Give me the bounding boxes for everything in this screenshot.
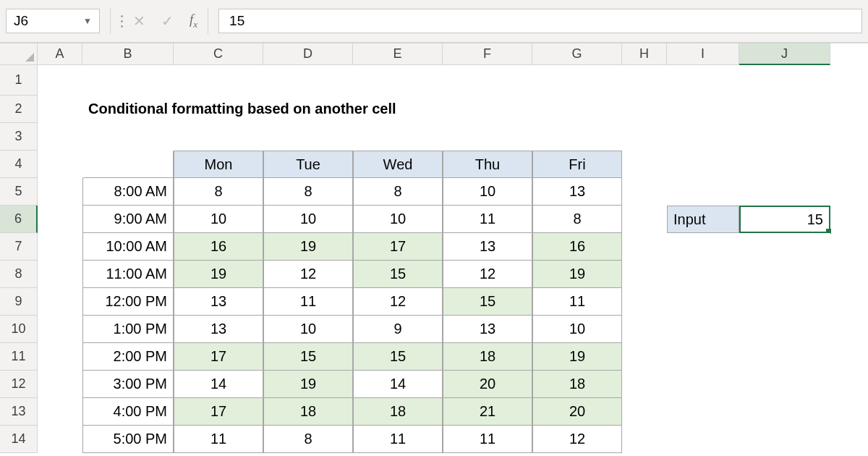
cell-blank[interactable]	[38, 151, 82, 178]
cell-blank[interactable]	[443, 65, 532, 96]
cell-blank[interactable]	[667, 426, 739, 453]
data-cell[interactable]: 17	[353, 233, 443, 261]
data-cell[interactable]: 14	[174, 371, 263, 398]
cell-blank[interactable]	[622, 371, 667, 398]
cell-blank[interactable]	[739, 151, 830, 178]
name-box[interactable]: J6 ▼	[6, 9, 100, 33]
data-cell[interactable]: 18	[263, 398, 353, 426]
data-cell[interactable]: 19	[532, 343, 622, 371]
cell-blank[interactable]	[667, 123, 739, 151]
cell-blank[interactable]	[739, 123, 830, 151]
data-cell[interactable]: 13	[174, 288, 263, 316]
cell-blank[interactable]	[739, 371, 830, 398]
data-cell[interactable]: 8	[353, 178, 443, 206]
cell-blank[interactable]	[739, 316, 830, 343]
row-header-13[interactable]: 13	[0, 398, 38, 426]
data-cell[interactable]: 8	[532, 206, 622, 233]
cell-blank[interactable]	[38, 178, 82, 206]
time-cell[interactable]: 10:00 AM	[82, 233, 174, 261]
row-header-8[interactable]: 8	[0, 261, 38, 288]
data-cell[interactable]: 10	[174, 206, 263, 233]
cell-blank[interactable]	[622, 398, 667, 426]
table-header[interactable]: Fri	[532, 151, 622, 178]
cell-blank[interactable]	[739, 343, 830, 371]
cell-blank[interactable]	[622, 426, 667, 453]
data-cell[interactable]: 12	[263, 261, 353, 288]
cell-blank[interactable]	[739, 261, 830, 288]
data-cell[interactable]: 10	[443, 178, 532, 206]
cell-blank[interactable]	[622, 233, 667, 261]
cell-blank[interactable]	[622, 151, 667, 178]
input-label[interactable]: Input	[667, 206, 739, 233]
cell-blank[interactable]	[38, 288, 82, 316]
data-cell[interactable]: 15	[353, 261, 443, 288]
cell-blank[interactable]	[667, 371, 739, 398]
cell-blank[interactable]	[38, 123, 82, 151]
row-header-7[interactable]: 7	[0, 233, 38, 261]
cell-blank[interactable]	[667, 151, 739, 178]
cell-blank[interactable]	[38, 371, 82, 398]
cell-blank[interactable]	[622, 316, 667, 343]
data-cell[interactable]: 11	[443, 206, 532, 233]
col-header-H[interactable]: H	[622, 43, 667, 65]
cell-blank[interactable]	[739, 178, 830, 206]
cell-blank[interactable]	[38, 233, 82, 261]
col-header-A[interactable]: A	[38, 43, 82, 65]
row-header-6[interactable]: 6	[0, 206, 38, 233]
data-cell[interactable]: 16	[532, 233, 622, 261]
cell-blank[interactable]	[739, 398, 830, 426]
row-header-3[interactable]: 3	[0, 123, 38, 151]
time-cell[interactable]: 8:00 AM	[82, 178, 174, 206]
row-header-2[interactable]: 2	[0, 96, 38, 123]
drag-handle-icon[interactable]	[121, 15, 123, 28]
row-header-14[interactable]: 14	[0, 426, 38, 453]
table-header[interactable]: Thu	[443, 151, 532, 178]
col-header-I[interactable]: I	[667, 43, 739, 65]
cell-blank[interactable]	[263, 65, 353, 96]
enter-icon[interactable]: ✓	[161, 12, 174, 30]
cell-blank[interactable]	[38, 398, 82, 426]
time-cell[interactable]: 4:00 PM	[82, 398, 174, 426]
cell-blank[interactable]	[174, 123, 263, 151]
cell-blank[interactable]	[174, 65, 263, 96]
time-cell[interactable]: 9:00 AM	[82, 206, 174, 233]
data-cell[interactable]: 11	[353, 426, 443, 453]
table-header[interactable]: Tue	[263, 151, 353, 178]
cell-blank[interactable]	[38, 316, 82, 343]
cell-blank[interactable]	[443, 96, 532, 123]
cell-blank[interactable]	[667, 65, 739, 96]
select-all-corner[interactable]	[0, 43, 38, 65]
cell-blank[interactable]	[622, 96, 667, 123]
data-cell[interactable]: 9	[353, 316, 443, 343]
cell-blank[interactable]	[622, 288, 667, 316]
data-cell[interactable]: 19	[174, 261, 263, 288]
cell-blank[interactable]	[622, 261, 667, 288]
row-header-1[interactable]: 1	[0, 65, 38, 96]
cell-blank[interactable]	[82, 123, 174, 151]
data-cell[interactable]: 19	[263, 233, 353, 261]
cell-blank[interactable]	[667, 261, 739, 288]
cell-blank[interactable]	[82, 65, 174, 96]
data-cell[interactable]: 10	[263, 316, 353, 343]
row-header-11[interactable]: 11	[0, 343, 38, 371]
cell-blank[interactable]	[622, 123, 667, 151]
cell-blank[interactable]	[739, 288, 830, 316]
col-header-J[interactable]: J	[739, 43, 830, 65]
col-header-B[interactable]: B	[82, 43, 174, 65]
cell-blank[interactable]	[38, 343, 82, 371]
data-cell[interactable]: 18	[353, 398, 443, 426]
cell-blank[interactable]	[667, 316, 739, 343]
data-cell[interactable]: 11	[532, 288, 622, 316]
row-header-9[interactable]: 9	[0, 288, 38, 316]
col-header-G[interactable]: G	[532, 43, 622, 65]
col-header-D[interactable]: D	[263, 43, 353, 65]
row-header-5[interactable]: 5	[0, 178, 38, 206]
data-cell[interactable]: 17	[174, 343, 263, 371]
col-header-F[interactable]: F	[443, 43, 532, 65]
cell-blank[interactable]	[38, 426, 82, 453]
time-cell[interactable]: 2:00 PM	[82, 343, 174, 371]
cell-blank[interactable]	[38, 96, 82, 123]
time-cell[interactable]: 3:00 PM	[82, 371, 174, 398]
input-value-cell[interactable]: 15	[739, 206, 830, 233]
cell-blank[interactable]	[667, 178, 739, 206]
